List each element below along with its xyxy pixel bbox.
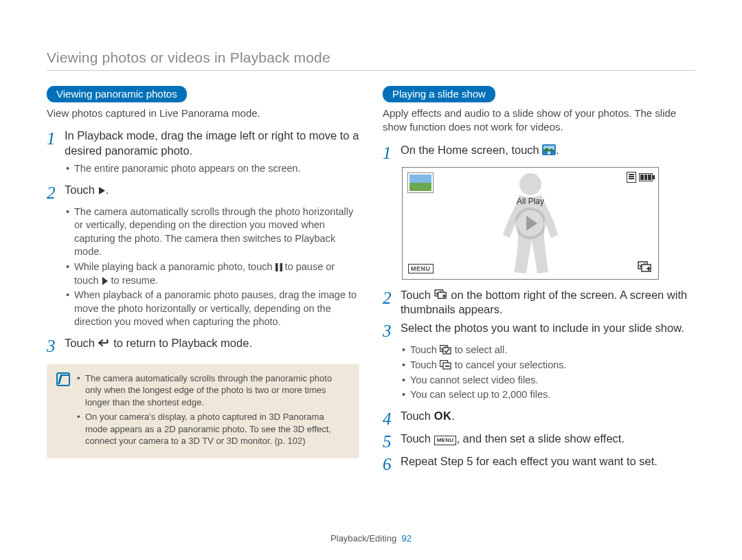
text-fragment: Touch — [65, 337, 98, 349]
step-number: 2 — [47, 183, 65, 201]
step-1: 1 On the Home screen, touch . — [383, 143, 695, 161]
ok-label: OK — [434, 410, 452, 422]
text-fragment: Touch — [401, 432, 434, 445]
text-fragment: On the Home screen, touch — [401, 144, 542, 156]
page-footer: Playback/Editing 92 — [0, 533, 742, 544]
text-fragment: to resume. — [109, 275, 159, 286]
svg-point-5 — [519, 173, 541, 195]
list-item: On your camera's display, a photo captur… — [77, 411, 348, 447]
play-button[interactable] — [515, 208, 546, 239]
text-fragment: Touch — [65, 183, 98, 196]
note-icon — [56, 372, 70, 386]
step-text: Touch OK. — [401, 409, 455, 427]
text-fragment: While playing back a panoramic photo, to… — [74, 261, 276, 272]
step-text: Touch to return to Playback mode. — [65, 336, 252, 355]
page-title: Viewing photos or videos in Playback mod… — [47, 49, 695, 66]
text-fragment: Touch — [401, 289, 434, 301]
slideshow-app-icon — [542, 144, 556, 155]
text-fragment: Touch — [401, 410, 434, 422]
multi-select-icon[interactable] — [638, 261, 653, 273]
text-fragment: to cancel your selections. — [452, 359, 567, 370]
return-arrow-icon — [98, 339, 111, 348]
step-text: Touch . — [65, 183, 109, 201]
footer-section: Playback/Editing — [330, 533, 396, 544]
step-number: 3 — [383, 321, 401, 339]
step-number: 4 — [383, 409, 401, 427]
step-3: 3 Select the photos you want to include … — [383, 321, 695, 339]
step-number: 5 — [383, 432, 401, 450]
step-5: 5 Touch MENU, and then set a slide show … — [383, 432, 695, 450]
step-3-sublist: Touch to select all. Touch to cancel you… — [383, 344, 695, 401]
right-column: Playing a slide show Apply effects and a… — [383, 86, 695, 477]
two-column-layout: Viewing panoramic photos View photos cap… — [47, 86, 695, 477]
status-icons — [627, 172, 653, 183]
note-list: The camera automatically scrolls through… — [77, 372, 348, 450]
menu-icon: MENU — [434, 436, 457, 445]
list-item: When playback of a panoramic photo pause… — [66, 289, 359, 329]
list-item: You can select up to 2,000 files. — [402, 388, 695, 402]
deselect-icon — [440, 360, 452, 370]
step-3: 3 Touch to return to Playback mode. — [47, 336, 359, 355]
step-text: Repeat Step 5 for each effect you want w… — [401, 454, 657, 473]
list-item: While playing back a panoramic photo, to… — [66, 260, 359, 287]
step-number: 3 — [47, 336, 65, 355]
svg-rect-15 — [443, 348, 451, 354]
select-all-icon — [440, 345, 452, 355]
svg-rect-7 — [642, 265, 651, 271]
battery-icon — [639, 173, 653, 181]
step-number: 6 — [383, 454, 401, 473]
intro-text: Apply effects and audio to a slide show … — [383, 107, 695, 135]
step-1: 1 In Playback mode, drag the image left … — [47, 128, 359, 158]
camera-screenshot: All Play MENU — [402, 167, 659, 280]
list-item: You cannot select video files. — [402, 374, 695, 388]
step-text: Select the photos you want to include in… — [401, 321, 684, 339]
list-item: The camera automatically scrolls through… — [66, 205, 359, 259]
step-1-sublist: The entire panoramic photo appears on th… — [47, 162, 359, 176]
text-fragment: . — [451, 410, 455, 422]
list-item: Touch to cancel your selections. — [402, 359, 695, 372]
all-play-label: All Play — [517, 197, 544, 206]
text-fragment: to select all. — [452, 344, 508, 355]
play-triangle-icon — [102, 277, 109, 285]
horizontal-rule — [47, 70, 695, 71]
step-6: 6 Repeat Step 5 for each effect you want… — [383, 454, 695, 473]
thumbnail-icon[interactable] — [408, 173, 433, 192]
text-fragment: Touch — [410, 359, 440, 370]
step-text: Touch on the bottom right of the screen.… — [401, 288, 695, 317]
step-text: Touch MENU, and then set a slide show ef… — [401, 432, 625, 450]
step-2-sublist: The camera automatically scrolls through… — [47, 205, 359, 329]
left-column: Viewing panoramic photos View photos cap… — [47, 86, 359, 477]
page-number: 92 — [401, 533, 411, 544]
step-2: 2 Touch on the bottom right of the scree… — [383, 288, 695, 317]
section-pill-panoramic: Viewing panoramic photos — [47, 86, 187, 102]
list-item: The camera automatically scrolls through… — [77, 372, 348, 409]
svg-rect-11 — [438, 292, 446, 298]
step-text: In Playback mode, drag the image left or… — [65, 128, 359, 158]
note-box: The camera automatically scrolls through… — [47, 364, 359, 458]
section-pill-slideshow: Playing a slide show — [383, 86, 495, 102]
svg-rect-0 — [276, 263, 278, 271]
play-triangle-icon — [98, 186, 106, 195]
intro-text: View photos captured in Live Panorama mo… — [47, 107, 359, 120]
text-fragment: . — [106, 183, 109, 196]
text-fragment: , and then set a slide show effect. — [456, 432, 625, 445]
multi-select-icon — [434, 289, 448, 300]
step-number: 1 — [383, 143, 401, 161]
list-item: The entire panoramic photo appears on th… — [66, 162, 359, 176]
step-number: 2 — [383, 288, 401, 317]
step-number: 1 — [47, 128, 65, 158]
text-fragment: . — [556, 144, 559, 156]
step-text: On the Home screen, touch . — [401, 143, 559, 161]
step-4: 4 Touch OK. — [383, 409, 695, 427]
menu-button[interactable]: MENU — [408, 264, 434, 273]
pause-icon — [276, 263, 282, 271]
sd-card-icon — [627, 172, 636, 183]
step-2: 2 Touch . — [47, 183, 359, 201]
list-item: Touch to select all. — [402, 344, 695, 357]
text-fragment: to return to Playback mode. — [111, 337, 252, 349]
page: Viewing photos or videos in Playback mod… — [0, 0, 742, 504]
text-fragment: Touch — [410, 344, 440, 355]
